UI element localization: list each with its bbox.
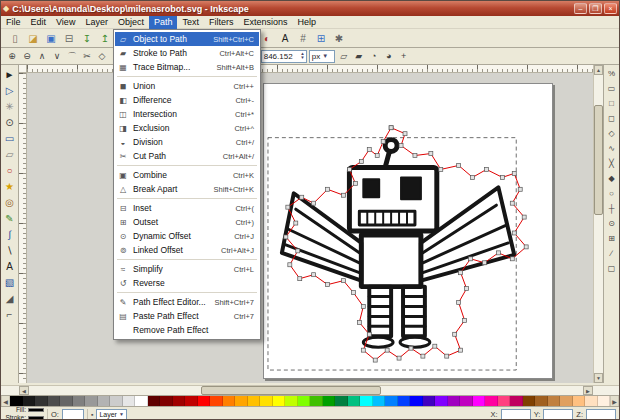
vertical-scrollbar[interactable]: ▲ ▼ — [593, 65, 603, 383]
palette-swatch[interactable] — [385, 396, 398, 406]
path-node-handle[interactable] — [465, 287, 469, 291]
stroke-swatch[interactable] — [28, 416, 44, 420]
palette-swatch[interactable] — [148, 396, 161, 406]
stroke-to-path-icon[interactable]: ▰ — [352, 50, 366, 63]
palette-swatch[interactable] — [10, 396, 23, 406]
path-node-handle[interactable] — [524, 245, 528, 249]
path-node-handle[interactable] — [482, 261, 486, 265]
palette-swatch[interactable] — [223, 396, 236, 406]
vertical-scroll-thumb[interactable] — [594, 105, 603, 215]
object-to-path-icon[interactable]: ▱ — [337, 50, 351, 63]
palette-swatch[interactable] — [98, 396, 111, 406]
path-menu-item[interactable]: ◒ Division Ctrl+/ — [115, 135, 259, 149]
path-node-handle[interactable] — [312, 201, 316, 205]
snap-bbox-corner-icon[interactable]: ◻ — [605, 112, 618, 125]
save-icon[interactable]: ▣ — [43, 31, 59, 46]
palette-swatch[interactable] — [60, 396, 73, 406]
palette-swatch[interactable] — [198, 396, 211, 406]
snap-enable-icon[interactable]: % — [605, 67, 618, 80]
palette-swatch[interactable] — [323, 396, 336, 406]
palette-swatch[interactable] — [398, 396, 411, 406]
snap-smooth-icon[interactable]: ○ — [605, 187, 618, 200]
dropper-tool[interactable]: ◢ — [2, 291, 17, 306]
path-node-handle[interactable] — [351, 291, 355, 295]
palette-swatch[interactable] — [135, 396, 148, 406]
scroll-left-icon[interactable]: ◀ — [19, 386, 29, 395]
palette-swatch[interactable] — [285, 396, 298, 406]
break-nodes-icon[interactable]: ∨ — [50, 50, 64, 63]
canvas-viewport[interactable] — [27, 73, 593, 383]
path-node-handle[interactable] — [518, 187, 522, 191]
path-menu-item[interactable]: ▰ Stroke to Path Ctrl+Alt+C — [115, 46, 259, 60]
snap-bbox-edge-icon[interactable]: □ — [605, 97, 618, 110]
palette-swatch[interactable] — [560, 396, 573, 406]
palette-swatch[interactable] — [448, 396, 461, 406]
minimize-button[interactable]: – — [574, 3, 587, 14]
path-node-handle[interactable] — [453, 332, 457, 336]
snap-nodes-icon[interactable]: ◇ — [605, 127, 618, 140]
fill-stroke-indicator[interactable]: Fill: Stroke: — [4, 407, 44, 420]
path-menu-item[interactable]: ⊙ Dynamic Offset Ctrl+J — [115, 229, 259, 243]
path-node-handle[interactable] — [500, 175, 504, 179]
opacity-input[interactable] — [62, 409, 84, 420]
join-segment-icon[interactable]: ⌒ — [65, 50, 79, 63]
path-node-handle[interactable] — [457, 301, 461, 305]
palette-swatch[interactable] — [360, 396, 373, 406]
connector-tool[interactable]: ⌐ — [2, 307, 17, 322]
path-node-handle[interactable] — [288, 263, 292, 267]
path-menu-item[interactable]: ◨ Exclusion Ctrl+^ — [115, 121, 259, 135]
pen-tool[interactable]: ∫ — [2, 227, 17, 242]
path-menu-item[interactable]: ✂ Cut Path Ctrl+Alt+/ — [115, 149, 259, 163]
palette-swatch[interactable] — [348, 396, 361, 406]
palette-swatch[interactable] — [523, 396, 536, 406]
fill-swatch[interactable] — [28, 408, 44, 412]
path-node-handle[interactable] — [433, 344, 437, 348]
path-menu-item[interactable]: ◧ Difference Ctrl+- — [115, 93, 259, 107]
menubar-item[interactable]: Object — [113, 16, 149, 29]
palette-swatch[interactable] — [460, 396, 473, 406]
ellipse-tool[interactable]: ○ — [2, 163, 17, 178]
path-menu-item[interactable]: ≈ Simplify Ctrl+L — [115, 262, 259, 276]
star-tool[interactable]: ★ — [2, 179, 17, 194]
open-icon[interactable]: ◪ — [25, 31, 41, 46]
palette-swatch[interactable] — [298, 396, 311, 406]
path-menu-item[interactable] — [117, 292, 257, 293]
path-menu-item[interactable] — [117, 198, 257, 199]
path-node-handle[interactable] — [312, 273, 316, 277]
palette-swatch[interactable] — [110, 396, 123, 406]
path-node-handle[interactable] — [399, 144, 403, 148]
import-icon[interactable]: ↧ — [79, 31, 95, 46]
path-node-handle[interactable] — [421, 354, 425, 358]
scroll-up-icon[interactable]: ▲ — [594, 65, 603, 75]
path-node-handle[interactable] — [510, 201, 514, 205]
path-node-handle[interactable] — [512, 171, 516, 175]
snap-intersection-icon[interactable]: ╳ — [605, 157, 618, 170]
menubar-item[interactable]: Filters — [204, 16, 239, 29]
scroll-right-icon[interactable]: ▶ — [583, 386, 593, 395]
delete-node-icon[interactable]: ⊖ — [20, 50, 34, 63]
path-node-handle[interactable] — [413, 154, 417, 158]
snap-guide-icon[interactable]: ∕ — [605, 247, 618, 260]
path-menu-item[interactable]: ⊚ Linked Offset Ctrl+Alt+J — [115, 243, 259, 257]
show-clip-icon[interactable]: ◔ — [367, 50, 381, 63]
box3d-tool[interactable]: ▱ — [2, 147, 17, 162]
path-menu-item[interactable]: ▣ Combine Ctrl+K — [115, 168, 259, 182]
path-node-handle[interactable] — [471, 175, 475, 179]
palette-swatch[interactable] — [410, 396, 423, 406]
palette-swatch[interactable] — [248, 396, 261, 406]
path-node-handle[interactable] — [296, 249, 300, 253]
xml-editor-icon[interactable]: # — [295, 31, 311, 46]
document-page[interactable] — [263, 83, 553, 379]
snap-path-icon[interactable]: ∿ — [605, 142, 618, 155]
palette-swatch[interactable] — [435, 396, 448, 406]
path-node-handle[interactable] — [381, 140, 385, 144]
menubar-item[interactable]: Edit — [26, 16, 52, 29]
path-node-handle[interactable] — [341, 193, 345, 197]
palette-swatch[interactable] — [573, 396, 586, 406]
path-node-handle[interactable] — [353, 181, 357, 185]
path-node-handle[interactable] — [375, 154, 379, 158]
corner-node-icon[interactable]: ◇ — [95, 50, 109, 63]
palette-swatch[interactable] — [335, 396, 348, 406]
path-node-handle[interactable] — [359, 159, 363, 163]
menubar-item[interactable]: File — [1, 16, 26, 29]
